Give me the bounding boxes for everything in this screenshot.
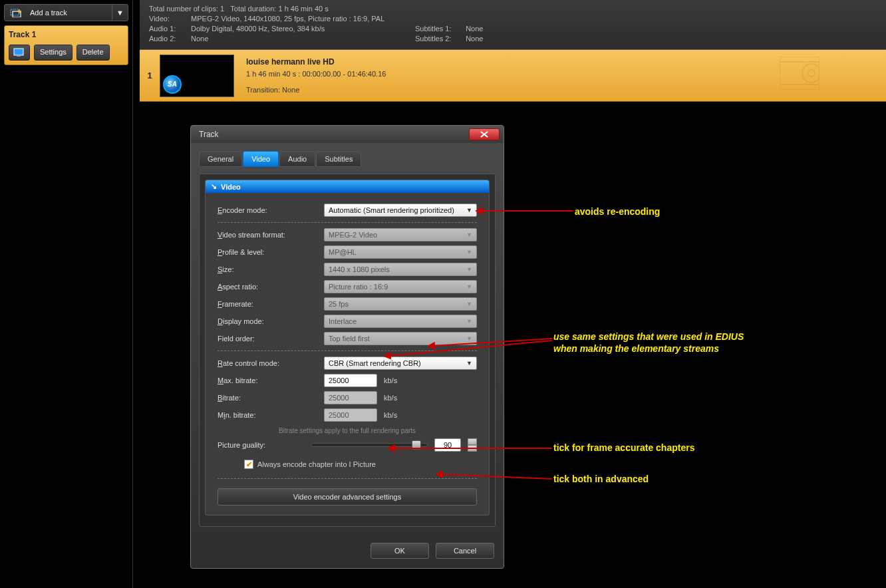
spin-quality-value: 90 [434, 438, 461, 452]
ok-button[interactable]: OK [370, 543, 429, 559]
separator [218, 222, 477, 223]
annotation-text: when making the elementary streams [553, 343, 719, 354]
total-duration-value: 1 h 46 min 40 s [278, 4, 328, 14]
row-profile: Profile & level: MP@HL ▼ [218, 245, 477, 259]
unit-label: kb/s [384, 376, 397, 384]
label-framerate: Framerate: [218, 300, 324, 308]
annotation-text: avoids re-encoding [575, 206, 660, 217]
svg-rect-5 [17, 55, 21, 57]
label-max-bitrate: Max. bitrate: [218, 376, 324, 384]
clip-strip[interactable]: 1 SA louise hermann live HD 1 h 46 min 4… [140, 50, 886, 102]
annotation-text: tick for frame accurate chapters [553, 442, 694, 453]
slider-quality[interactable] [311, 443, 428, 447]
clip-thumbnail: SA [160, 55, 234, 97]
panel-header-label: Video [221, 183, 241, 191]
combo-encoder-mode-value: Automatic (Smart rendering prioritized) [329, 206, 454, 214]
total-clips-value: 1 [220, 4, 224, 14]
video-value: MPEG-2 Video, 1440x1080, 25 fps, Picture… [191, 15, 384, 23]
total-duration-label: Total duration: [230, 4, 276, 14]
label-stream-format: Video stream format: [218, 231, 324, 239]
film-decoration-icon [780, 57, 819, 90]
svg-rect-0 [11, 9, 19, 15]
label-profile: Profile & level: [218, 248, 324, 256]
track-settings-button[interactable]: Settings [34, 45, 73, 61]
combo-field-order: Top field first ▼ [324, 332, 477, 345]
combo-rate-control[interactable]: CBR (Smart rendering CBR) ▼ [324, 357, 477, 370]
dialog-body: General Video Audio Subtitles ↘ Video En… [191, 143, 504, 535]
track-dialog: Track General Video Audio Subtitles ↘ Vi… [190, 125, 504, 569]
total-clips-label: Total number of clips: [149, 4, 218, 14]
dialog-title: Track [199, 130, 469, 139]
cancel-button[interactable]: Cancel [436, 543, 494, 559]
chevron-down-icon: ▼ [466, 266, 472, 273]
combo-profile: MP@HL ▼ [324, 245, 477, 259]
separator [218, 351, 477, 351]
svg-point-10 [808, 70, 815, 76]
input-bitrate [324, 391, 377, 404]
label-min-bitrate: Min. bitrate: [218, 411, 324, 419]
dialog-tabs: General Video Audio Subtitles [199, 151, 496, 167]
advanced-settings-button[interactable]: Video encoder advanced settings [218, 488, 477, 506]
tab-general[interactable]: General [199, 151, 242, 167]
row-stream-format: Video stream format: MPEG-2 Video ▼ [218, 228, 477, 241]
track-preview-button[interactable] [9, 45, 30, 61]
close-button[interactable] [469, 128, 500, 140]
spin-quality-buttons: ▲ ▼ [468, 438, 477, 452]
panel-header: ↘ Video [206, 180, 489, 193]
spin-up-button[interactable]: ▲ [468, 438, 477, 445]
add-track-icon [5, 5, 27, 21]
svg-rect-6 [780, 62, 819, 84]
chevron-down-icon: ▼ [466, 283, 472, 290]
annotation-text: tick both in advanced [553, 474, 649, 484]
tab-video[interactable]: Video [243, 151, 279, 167]
dialog-titlebar: Track [191, 126, 504, 143]
sub2-value: None [466, 35, 483, 43]
add-track-dropdown[interactable]: ▼ [112, 5, 128, 21]
combo-rate-control-value: CBR (Smart rendering CBR) [329, 359, 421, 367]
label-display: Display mode: [218, 317, 324, 325]
tab-audio[interactable]: Audio [279, 151, 315, 167]
label-chapter-ipic: Always encode chapter into I Picture [257, 460, 376, 468]
sub2-label: Subtitles 2: [415, 34, 462, 44]
chevron-down-icon: ▼ [466, 360, 472, 367]
svg-rect-4 [14, 49, 23, 55]
input-max-bitrate[interactable] [324, 374, 377, 387]
combo-framerate: 25 fps ▼ [324, 297, 477, 311]
unit-label: kb/s [384, 411, 397, 419]
label-field-order: Field order: [218, 335, 324, 343]
video-panel-outer: ↘ Video Encoder mode: Automatic (Smart r… [199, 174, 496, 527]
video-label: Video: [149, 14, 189, 24]
combo-stream-format-value: MPEG-2 Video [329, 231, 377, 239]
tab-subtitles[interactable]: Subtitles [316, 151, 361, 167]
checkbox-chapter-ipic[interactable]: ✔ [244, 460, 253, 469]
track-block: Track 1 Settings Delete [4, 25, 128, 65]
track-delete-button[interactable]: Delete [76, 45, 110, 61]
audio2-value: None [191, 35, 208, 43]
unit-label: kb/s [384, 394, 397, 402]
chevron-down-icon: ▼ [466, 335, 472, 342]
chevron-down-icon: ▼ [466, 249, 472, 255]
chevron-down-icon: ▼ [466, 301, 472, 307]
label-bitrate: Bitrate: [218, 394, 324, 402]
row-framerate: Framerate: 25 fps ▼ [218, 297, 477, 311]
sub1-value: None [466, 25, 483, 33]
input-min-bitrate [324, 408, 377, 422]
track-buttons: Settings Delete [9, 45, 124, 61]
svg-rect-8 [780, 84, 819, 90]
svg-point-9 [802, 64, 819, 82]
spin-down-button[interactable]: ▼ [468, 445, 477, 452]
separator [218, 478, 477, 479]
add-track-label: Add a track [27, 9, 112, 17]
combo-size-value: 1440 x 1080 pixels [329, 265, 390, 273]
panel-content: Encoder mode: Automatic (Smart rendering… [206, 193, 489, 515]
combo-encoder-mode[interactable]: Automatic (Smart rendering prioritized) … [324, 204, 477, 217]
audio1-label: Audio 1: [149, 24, 189, 34]
slider-thumb[interactable] [412, 440, 421, 450]
combo-display: Interlace ▼ [324, 315, 477, 328]
row-bitrate: Bitrate: kb/s [218, 391, 477, 404]
add-track-button[interactable]: Add a track ▼ [4, 4, 128, 21]
combo-display-value: Interlace [329, 317, 357, 325]
combo-stream-format: MPEG-2 Video ▼ [324, 228, 477, 241]
row-field-order: Field order: Top field first ▼ [218, 332, 477, 345]
row-rate-control: Rate control mode: CBR (Smart rendering … [218, 357, 477, 370]
